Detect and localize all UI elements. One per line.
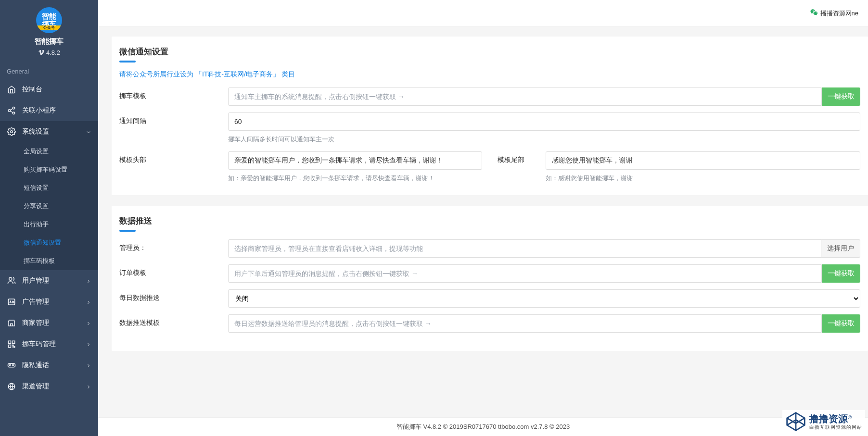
chevron-right-icon	[86, 320, 91, 326]
sidebar-item-system[interactable]: 系统设置	[0, 121, 98, 142]
sidebar-item-channel[interactable]: 渠道管理	[0, 376, 98, 397]
panel-push: 数据推送 管理员： 选择用户 订单模板 一键获取	[112, 206, 868, 351]
sub-global[interactable]: 全局设置	[0, 142, 98, 161]
get-move-template-button[interactable]: 一键获取	[822, 87, 860, 106]
head-hint: 如：亲爱的智能挪车用户，您收到一条挪车请求，请尽快查看车辆，谢谢！	[228, 174, 482, 184]
row-daily-push: 每日数据推送 关闭	[119, 289, 860, 308]
vr-icon	[7, 361, 16, 370]
template-tail-input[interactable]	[546, 151, 860, 170]
order-template-input[interactable]	[228, 264, 822, 283]
svg-point-1	[8, 110, 11, 112]
move-template-input[interactable]	[228, 87, 822, 106]
sidebar-item-privacy[interactable]: 隐私通话	[0, 355, 98, 376]
chevron-right-icon	[86, 299, 91, 305]
app-logo: 智能挪车 公众号	[36, 7, 62, 33]
sub-share[interactable]: 分享设置	[0, 197, 98, 215]
sidebar: 智能挪车 公众号 智能挪车 4.8.2 General 控制台 关联小程序 系统…	[0, 0, 98, 436]
app-name: 智能挪车	[0, 37, 98, 46]
row-move-template: 挪车模板 一键获取	[119, 87, 860, 106]
sidebar-item-miniapp[interactable]: 关联小程序	[0, 100, 98, 121]
watermark: 撸撸资源® 白撸互联网资源的网站	[782, 410, 865, 433]
globe-icon	[7, 382, 16, 391]
accent-bar	[119, 230, 136, 232]
content: 微信通知设置 请将公众号所属行业设为 「IT科技-互联网/电子商务」 类目 挪车…	[98, 27, 868, 390]
chevron-down-icon	[86, 129, 91, 135]
row-interval: 通知间隔 挪车人间隔多长时间可以通知车主一次	[119, 112, 860, 145]
sidebar-section: General	[0, 61, 98, 79]
tail-hint: 如：感谢您使用智能挪车，谢谢	[546, 174, 860, 184]
topbar: 播播资源网ne	[98, 0, 868, 27]
logo-block: 智能挪车 公众号 智能挪车 4.8.2	[0, 0, 98, 61]
interval-input[interactable]	[228, 112, 860, 131]
svg-rect-8	[8, 345, 11, 348]
topbar-link[interactable]: 播播资源网ne	[810, 8, 858, 18]
chevron-right-icon	[86, 278, 91, 284]
industry-note[interactable]: 请将公众号所属行业设为 「IT科技-互联网/电子商务」 类目	[119, 70, 860, 79]
accent-bar	[119, 61, 136, 62]
home-icon	[7, 85, 16, 94]
sub-wechat[interactable]: 微信通知设置	[0, 234, 98, 252]
svg-point-11	[13, 365, 14, 366]
admin-input[interactable]	[228, 239, 821, 258]
store-icon	[7, 318, 16, 328]
sub-travel[interactable]: 出行助手	[0, 215, 98, 234]
chevron-right-icon	[86, 362, 91, 368]
push-template-input[interactable]	[228, 314, 822, 333]
select-user-button[interactable]: 选择用户	[821, 239, 860, 258]
panel-title: 数据推送	[119, 215, 860, 226]
sidebar-item-user[interactable]: 用户管理	[0, 270, 98, 291]
svg-point-2	[13, 112, 15, 114]
daily-push-select[interactable]: 关闭	[228, 289, 860, 308]
main: 播播资源网ne 微信通知设置 请将公众号所属行业设为 「IT科技-互联网/电子商…	[98, 0, 868, 436]
sidebar-item-ad[interactable]: 广告管理	[0, 291, 98, 312]
sidebar-item-dashboard[interactable]: 控制台	[0, 79, 98, 100]
gear-icon	[7, 127, 16, 137]
sidebar-item-codemgr[interactable]: 挪车码管理	[0, 334, 98, 355]
panel-wechat: 微信通知设置 请将公众号所属行业设为 「IT科技-互联网/电子商务」 类目 挪车…	[112, 37, 868, 195]
sub-sms[interactable]: 短信设置	[0, 179, 98, 197]
ad-icon	[7, 297, 16, 307]
users-icon	[7, 276, 16, 286]
svg-rect-6	[8, 341, 11, 343]
svg-rect-7	[13, 341, 15, 343]
sidebar-item-merchant[interactable]: 商家管理	[0, 312, 98, 334]
wechat-icon	[810, 8, 818, 18]
svg-point-10	[10, 365, 11, 366]
sub-template[interactable]: 挪车码模板	[0, 252, 98, 270]
qrcode-icon	[7, 339, 16, 349]
get-push-template-button[interactable]: 一键获取	[822, 314, 860, 333]
footer: 智能挪车 V4.8.2 © 2019SR0717670 ttbobo.com v…	[98, 417, 868, 436]
svg-point-3	[11, 131, 13, 133]
svg-point-0	[13, 107, 15, 110]
share-icon	[7, 106, 16, 115]
row-push-template: 数据推送模板 一键获取	[119, 314, 860, 333]
vimeo-icon	[38, 49, 45, 56]
sidebar-submenu-system: 全局设置 购买挪车码设置 短信设置 分享设置 出行助手 微信通知设置 挪车码模板	[0, 142, 98, 270]
logo-icon	[785, 411, 806, 432]
app-version: 4.8.2	[0, 49, 98, 56]
interval-hint: 挪车人间隔多长时间可以通知车主一次	[228, 135, 860, 145]
chevron-right-icon	[86, 384, 91, 389]
sub-buycode[interactable]: 购买挪车码设置	[0, 161, 98, 179]
row-order-template: 订单模板 一键获取	[119, 264, 860, 283]
get-order-template-button[interactable]: 一键获取	[822, 264, 860, 283]
template-head-input[interactable]	[228, 151, 482, 170]
chevron-right-icon	[86, 341, 91, 347]
row-admin: 管理员： 选择用户	[119, 239, 860, 258]
svg-point-4	[9, 277, 12, 280]
panel-title: 微信通知设置	[119, 46, 860, 57]
